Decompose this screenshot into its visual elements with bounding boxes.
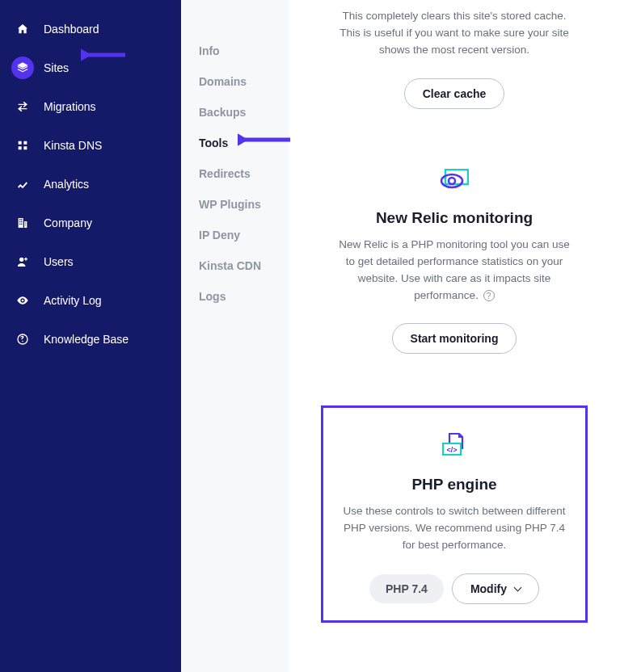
main-content: This completely clears this site's store…	[289, 0, 620, 672]
svg-point-4	[449, 178, 455, 184]
sidebar-item-label: Users	[44, 255, 74, 268]
users-icon	[11, 250, 34, 273]
card-title: New Relic monitoring	[337, 209, 571, 227]
subnav-item-label: Kinsta CDN	[199, 259, 261, 272]
clear-cache-button[interactable]: Clear cache	[404, 78, 505, 109]
subnav-item-label: Logs	[199, 290, 226, 303]
modify-php-button[interactable]: Modify	[452, 573, 539, 604]
card-desc: This completely clears this site's store…	[337, 8, 571, 59]
sidebar-item-activity-log[interactable]: Activity Log	[0, 281, 181, 320]
sidebar-item-kinsta-dns[interactable]: Kinsta DNS	[0, 126, 181, 165]
sidebar-item-analytics[interactable]: Analytics	[0, 165, 181, 204]
home-icon	[11, 18, 34, 40]
main-sidebar: Dashboard Sites Migrations Kinsta DNS An…	[0, 0, 181, 672]
svg-text:</>: </>	[446, 446, 457, 454]
subnav-item-label: Domains	[199, 75, 247, 88]
subnav-item-ip-deny[interactable]: IP Deny	[199, 220, 289, 250]
php-version-label: PHP 7.4	[386, 582, 428, 595]
sidebar-item-label: Analytics	[44, 178, 89, 191]
sidebar-item-migrations[interactable]: Migrations	[0, 87, 181, 126]
subnav-item-backups[interactable]: Backups	[199, 97, 289, 128]
sidebar-item-label: Kinsta DNS	[44, 139, 102, 152]
subnav-item-label: Redirects	[199, 167, 251, 180]
layers-icon	[11, 57, 34, 79]
sidebar-item-sites[interactable]: Sites	[0, 48, 181, 87]
subnav-item-domains[interactable]: Domains	[199, 66, 289, 97]
subnav-item-label: Tools	[199, 136, 228, 149]
subnav-item-wp-plugins[interactable]: WP Plugins	[199, 189, 289, 220]
start-monitoring-button[interactable]: Start monitoring	[392, 323, 517, 354]
subnav-item-logs[interactable]: Logs	[199, 281, 289, 312]
help-icon	[11, 328, 34, 351]
card-desc: Use these controls to switch between dif…	[338, 503, 571, 554]
new-relic-eye-icon	[440, 164, 469, 195]
card-desc: New Relic is a PHP monitoring tool you c…	[337, 237, 571, 304]
subnav-item-info[interactable]: Info	[199, 36, 289, 66]
subnav-item-label: Info	[199, 44, 220, 57]
card-new-relic: New Relic monitoring New Relic is a PHP …	[321, 136, 588, 382]
subnav-item-label: IP Deny	[199, 229, 240, 242]
php-version-badge: PHP 7.4	[369, 574, 444, 603]
button-label: Clear cache	[423, 87, 487, 100]
sidebar-item-label: Sites	[44, 61, 69, 74]
sidebar-item-knowledge-base[interactable]: Knowledge Base	[0, 320, 181, 359]
card-clear-cache: This completely clears this site's store…	[321, 0, 588, 136]
subnav-item-label: WP Plugins	[199, 198, 261, 211]
sidebar-item-label: Migrations	[44, 100, 96, 113]
site-subnav: Info Domains Backups Tools Redirects WP …	[181, 0, 289, 672]
button-label: Start monitoring	[411, 332, 499, 345]
sidebar-item-label: Knowledge Base	[44, 333, 129, 346]
php-engine-icon: </>	[440, 430, 469, 461]
subnav-item-kinsta-cdn[interactable]: Kinsta CDN	[199, 250, 289, 281]
dns-icon	[11, 134, 34, 157]
subnav-item-label: Backups	[199, 106, 246, 119]
company-icon	[11, 212, 34, 234]
card-desc-text: New Relic is a PHP monitoring tool you c…	[339, 238, 570, 301]
sidebar-item-label: Dashboard	[44, 23, 99, 36]
info-icon[interactable]: ?	[483, 290, 495, 301]
analytics-icon	[11, 173, 34, 195]
chevron-down-icon	[514, 584, 522, 592]
migrations-icon	[11, 95, 34, 118]
subnav-item-tools[interactable]: Tools	[199, 128, 289, 158]
sidebar-item-users[interactable]: Users	[0, 242, 181, 281]
sidebar-item-label: Company	[44, 216, 92, 229]
card-title: PHP engine	[338, 476, 571, 494]
card-php-engine-highlight: </> PHP engine Use these controls to swi…	[321, 405, 588, 623]
sidebar-item-dashboard[interactable]: Dashboard	[0, 10, 181, 48]
button-label: Modify	[470, 582, 507, 595]
annotation-arrow-tools	[238, 130, 294, 149]
sidebar-item-label: Activity Log	[44, 294, 102, 307]
eye-icon	[11, 289, 34, 312]
sidebar-item-company[interactable]: Company	[0, 204, 181, 242]
subnav-item-redirects[interactable]: Redirects	[199, 158, 289, 189]
